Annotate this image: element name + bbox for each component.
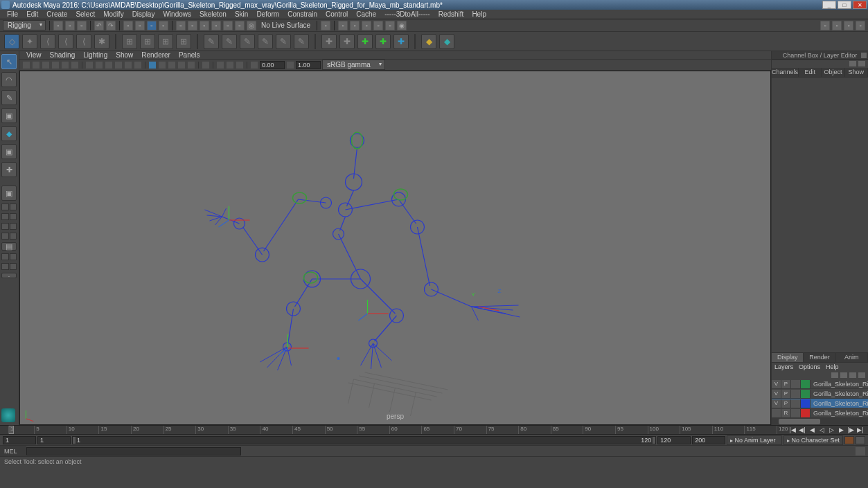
menu-modify[interactable]: Modify: [99, 10, 127, 18]
layer-up-icon[interactable]: [831, 372, 838, 378]
vp-near-field[interactable]: [260, 61, 285, 69]
vp-shadows-icon[interactable]: [187, 61, 195, 69]
snap-live-icon[interactable]: ▫: [223, 21, 233, 30]
vp-exposure-icon[interactable]: [250, 61, 258, 69]
vp-xray-comp-icon[interactable]: [236, 61, 244, 69]
color-management-dropdown[interactable]: sRGB gamma: [322, 60, 385, 70]
humanik-icon[interactable]: ✱: [94, 34, 109, 49]
snap-view-icon[interactable]: ▫: [235, 21, 245, 30]
workspace-dropdown[interactable]: Rigging: [3, 20, 46, 30]
history-icon[interactable]: ▫: [321, 21, 330, 30]
mirror-weights-icon[interactable]: ✎: [222, 34, 237, 49]
panel-menu-lighting[interactable]: Lighting: [79, 51, 112, 59]
constraint-aim-icon[interactable]: ✚: [393, 34, 409, 49]
new-scene-icon[interactable]: ▫: [53, 21, 63, 30]
open-scene-icon[interactable]: ▫: [65, 21, 75, 30]
layer-scrollbar[interactable]: [772, 418, 868, 425]
vp-film-gate-icon[interactable]: [95, 61, 103, 69]
vp-2d-pan-icon[interactable]: [61, 61, 69, 69]
layer-playback-toggle[interactable]: R: [781, 409, 791, 417]
vp-grid-icon[interactable]: [85, 61, 94, 69]
custom-tool-1-icon[interactable]: ◆: [421, 34, 436, 49]
time-slider[interactable]: 1510152025303540455055606570758085909510…: [0, 425, 868, 435]
channel-tab-object[interactable]: Object: [822, 68, 844, 77]
select-hier-icon[interactable]: ▫: [123, 21, 133, 30]
layer-playback-toggle[interactable]: P: [781, 399, 791, 408]
layout-2h-icon[interactable]: [1, 204, 17, 210]
layer-type-cell[interactable]: [791, 380, 801, 388]
layout-2v-icon[interactable]: [1, 213, 17, 220]
layer-row[interactable]: VPGorilla_Skeleton_Rigg: [772, 389, 868, 399]
maximize-button[interactable]: □: [838, 1, 851, 9]
panel-menu-renderer[interactable]: Renderer: [137, 51, 175, 59]
step-back-key-icon[interactable]: ◀|: [798, 426, 806, 433]
constraint-point-icon[interactable]: ✚: [339, 34, 355, 49]
close-button[interactable]: ✕: [853, 1, 867, 9]
channel-tab-channels[interactable]: Channels: [772, 68, 799, 77]
cmd-lang-label[interactable]: MEL: [0, 446, 26, 456]
vp-image-plane-icon[interactable]: [51, 61, 60, 69]
layer-menu-help[interactable]: Help: [826, 363, 839, 370]
anim-layer-dropdown[interactable]: ▸ No Anim Layer: [727, 435, 782, 445]
vp-res-gate-icon[interactable]: [105, 61, 113, 69]
menu-redshift[interactable]: Redshift: [434, 10, 468, 18]
menu-edit[interactable]: Edit: [22, 10, 42, 18]
channel-tab-show[interactable]: Show: [845, 68, 868, 77]
channel-tab-edit[interactable]: Edit: [799, 68, 822, 77]
last-tool-icon[interactable]: ✚: [1, 162, 17, 177]
panel-layout-4-icon[interactable]: ▫: [856, 21, 865, 30]
viewport-persp[interactable]: YZ persp: [19, 71, 771, 425]
joint-tool-icon[interactable]: ✦: [22, 34, 37, 49]
layer-menu-layers[interactable]: Layers: [774, 363, 793, 370]
lattice-icon[interactable]: ⊞: [122, 34, 137, 49]
layer-vis-toggle[interactable]: [772, 409, 781, 417]
script-editor-icon[interactable]: [856, 447, 865, 455]
layer-type-cell[interactable]: [791, 409, 801, 417]
layer-color-swatch[interactable]: [801, 409, 811, 417]
layer-playback-toggle[interactable]: P: [781, 390, 791, 398]
redo-icon[interactable]: ↷: [106, 21, 116, 30]
vp-cam-attr-icon[interactable]: [32, 61, 40, 69]
ik-handle-icon[interactable]: ⟨: [40, 34, 55, 49]
go-start-icon[interactable]: |◀: [788, 426, 797, 433]
vp-xray-icon[interactable]: [216, 61, 224, 69]
sync-icon-1[interactable]: [849, 61, 856, 66]
panel-menu-show[interactable]: Show: [112, 51, 137, 59]
save-scene-icon[interactable]: ▫: [77, 21, 87, 30]
snap-plane-icon[interactable]: ▫: [211, 21, 221, 30]
copy-weights-icon[interactable]: ✎: [240, 34, 255, 49]
anim-start-field[interactable]: [3, 436, 36, 444]
undo-icon[interactable]: ↶: [94, 21, 104, 30]
layer-color-swatch[interactable]: [801, 399, 811, 408]
layer-new-empty-icon[interactable]: [849, 372, 856, 378]
vp-safe-action-icon[interactable]: [134, 61, 142, 69]
vp-wireframe-icon[interactable]: [148, 61, 157, 69]
render-settings-icon[interactable]: ▫: [373, 21, 383, 30]
vp-textured-icon[interactable]: [168, 61, 176, 69]
vp-grease-icon[interactable]: [71, 61, 79, 69]
scale-tool-icon[interactable]: ▣: [1, 144, 17, 159]
panel-menu-panels[interactable]: Panels: [175, 51, 204, 59]
menu-file[interactable]: File: [3, 10, 22, 18]
snap-point-icon[interactable]: ▫: [200, 21, 209, 30]
render-view-icon[interactable]: ▫: [385, 21, 395, 30]
render-region-icon[interactable]: ▫: [350, 21, 360, 30]
snap-curve-icon[interactable]: ▫: [188, 21, 197, 30]
step-fwd-key-icon[interactable]: |▶: [847, 426, 855, 433]
outliner-icon[interactable]: ▤: [1, 242, 17, 251]
panel-layout-3-icon[interactable]: ▫: [844, 21, 853, 30]
menu--dtoall-[interactable]: -----3DtoAll-----: [380, 10, 434, 18]
step-back-icon[interactable]: ◀: [808, 426, 816, 433]
select-comp-icon[interactable]: ▫: [147, 21, 157, 30]
select-obj-icon[interactable]: ▫: [135, 21, 145, 30]
menu-select[interactable]: Select: [71, 10, 99, 18]
constraint-scale-icon[interactable]: ✚: [375, 34, 391, 49]
menu-help[interactable]: Help: [468, 10, 490, 18]
vp-far-field[interactable]: [296, 61, 321, 69]
layer-vis-toggle[interactable]: V: [772, 390, 781, 398]
char-set-dropdown[interactable]: ▸ No Character Set: [783, 435, 843, 445]
menu-windows[interactable]: Windows: [159, 10, 195, 18]
menu-skeleton[interactable]: Skeleton: [195, 10, 231, 18]
menu-control[interactable]: Control: [321, 10, 352, 18]
lasso-tool-icon[interactable]: ◠: [1, 72, 17, 87]
